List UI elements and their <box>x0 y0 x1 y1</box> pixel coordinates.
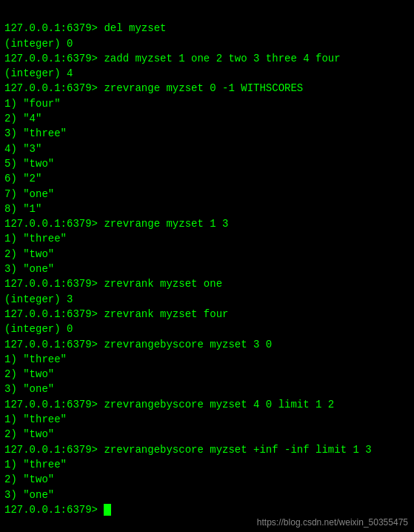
prompt-text: 127.0.0.1:6379> <box>4 504 104 516</box>
terminal-line: 3) "one" <box>4 488 410 502</box>
terminal-line: 127.0.0.1:6379> zrevrangebyscore myzset … <box>4 337 410 352</box>
terminal-line: 127.0.0.1:6379> zrevrangebyscore myzset … <box>4 442 410 457</box>
terminal-line: (integer) 0 <box>4 36 410 51</box>
terminal-line: 127.0.0.1:6379> zrevrange myzset 1 3 <box>4 216 410 231</box>
watermark: https://blog.csdn.net/weixin_50355475 <box>257 517 408 528</box>
terminal-line: 1) "three" <box>4 412 410 427</box>
terminal-line: 127.0.0.1:6379> del myzset <box>4 21 410 36</box>
terminal-line: 2) "two" <box>4 472 410 487</box>
terminal-line: 4) "3" <box>4 142 410 156</box>
terminal-line: 1) "three" <box>4 231 410 246</box>
terminal-line: 6) "2" <box>4 171 410 186</box>
terminal-line: 127.0.0.1:6379> zrevrange myzset 0 -1 WI… <box>4 81 410 96</box>
terminal-line: 5) "two" <box>4 156 410 171</box>
terminal-line: (integer) 4 <box>4 66 410 81</box>
terminal-line: 7) "one" <box>4 187 410 202</box>
cursor <box>104 504 111 516</box>
terminal-line: 3) "three" <box>4 126 410 141</box>
terminal-line: (integer) 3 <box>4 292 410 307</box>
terminal-line: 1) "three" <box>4 352 410 367</box>
terminal-line: 127.0.0.1:6379> <box>4 502 410 517</box>
terminal-line: 8) "1" <box>4 202 410 216</box>
terminal-line: 1) "three" <box>4 457 410 472</box>
terminal-line: 127.0.0.1:6379> zadd myzset 1 one 2 two … <box>4 51 410 66</box>
terminal-line: 127.0.0.1:6379> zrevrank myzset four <box>4 307 410 322</box>
terminal-line: 2) "two" <box>4 427 410 442</box>
terminal-line: 1) "four" <box>4 96 410 111</box>
terminal-line: 2) "4" <box>4 111 410 126</box>
terminal-line: 2) "two" <box>4 247 410 262</box>
terminal-line: 2) "two" <box>4 367 410 382</box>
terminal-line: 127.0.0.1:6379> zrevrangebyscore myzset … <box>4 397 410 412</box>
terminal-line: 3) "one" <box>4 262 410 276</box>
terminal-window: 127.0.0.1:6379> del myzset(integer) 0127… <box>0 0 414 523</box>
terminal-line: 127.0.0.1:6379> zrevrank myzset one <box>4 276 410 291</box>
terminal-line: (integer) 0 <box>4 322 410 336</box>
terminal-line: 3) "one" <box>4 382 410 396</box>
